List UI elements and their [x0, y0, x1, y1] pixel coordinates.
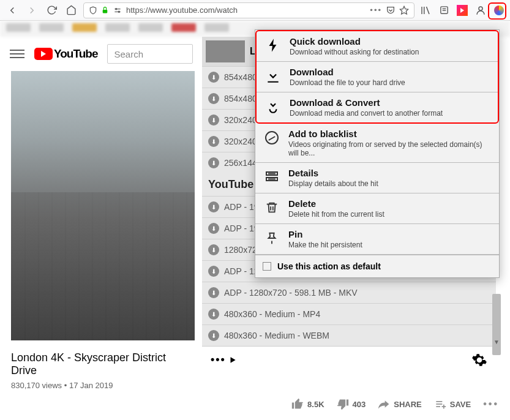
quality-label: 480x360 - Medium - WEBM: [224, 331, 329, 340]
download-dot-icon: ⬇: [208, 201, 219, 212]
svg-point-12: [479, 7, 482, 10]
more-actions-button[interactable]: •••: [211, 353, 237, 366]
svg-marker-13: [230, 357, 235, 362]
pocket-icon[interactable]: [386, 6, 396, 15]
download-dot-icon: ⬇: [208, 287, 219, 298]
address-bar[interactable]: •••: [83, 2, 414, 18]
scrollbar-thumb[interactable]: [492, 294, 501, 355]
download-dot-icon: ⬇: [208, 114, 219, 126]
default-checkbox[interactable]: [263, 262, 271, 271]
download-dot-icon: ⬇: [208, 266, 219, 277]
download-dot-icon: ⬇: [208, 72, 219, 83]
svg-rect-0: [103, 10, 108, 13]
menu-blacklist[interactable]: Add to blacklistVideos originating from …: [255, 124, 499, 163]
quality-label: 854x480: [224, 72, 257, 82]
quality-label: ADP - 1280x720 - 598.1 MB - MKV: [224, 288, 358, 298]
convert-icon: [264, 97, 282, 116]
download-dot-icon: ⬇: [208, 244, 219, 255]
reload-button[interactable]: [44, 3, 59, 18]
search-input[interactable]: Search: [107, 44, 193, 64]
download-dot-icon: ⬇: [208, 93, 219, 104]
quality-label: 320x240: [224, 137, 257, 146]
highlighted-menu-group: Quick downloadDownload without asking fo…: [255, 30, 499, 124]
video-action-bar: 8.5K 403 SHARE SAVE •••: [291, 398, 499, 410]
download-dot-icon: ⬇: [208, 309, 219, 320]
library-icon[interactable]: [419, 4, 432, 17]
svg-marker-5: [400, 6, 408, 14]
scroll-down-button[interactable]: ▼: [492, 337, 501, 346]
more-button[interactable]: •••: [483, 399, 499, 410]
bolt-download-icon: [264, 36, 282, 54]
download-dot-icon: ⬇: [208, 157, 219, 168]
home-button[interactable]: [64, 3, 78, 18]
download-icon: [264, 67, 282, 85]
menu-use-default[interactable]: Use this action as default: [255, 255, 499, 277]
youtube-play-icon: [34, 48, 53, 60]
video-player[interactable]: [11, 71, 195, 340]
menu-details[interactable]: DetailsDisplay details about the hit: [255, 163, 499, 193]
quality-label: 320x240: [224, 115, 257, 125]
menu-pin[interactable]: PinMake the hit persistent: [255, 224, 499, 255]
dislike-button[interactable]: 403: [337, 398, 366, 410]
quality-label: 480x360 - Medium - MP4: [224, 309, 320, 319]
like-button[interactable]: 8.5K: [291, 398, 324, 410]
details-icon: [263, 168, 281, 186]
star-icon[interactable]: [399, 6, 409, 15]
quality-label: 256x144: [224, 158, 257, 168]
share-button[interactable]: SHARE: [378, 398, 422, 410]
quality-item[interactable]: ⬇480x360 - Medium - WEBM: [202, 324, 496, 346]
back-button[interactable]: [5, 3, 20, 18]
shield-icon: [89, 6, 97, 15]
panel-thumb: [206, 40, 245, 62]
menu-delete[interactable]: DeleteDelete hit from the current list: [255, 193, 499, 224]
extension-play-icon[interactable]: [456, 4, 468, 17]
forward-button[interactable]: [24, 3, 39, 18]
context-menu: Quick downloadDownload without asking fo…: [255, 29, 500, 278]
permissions-icon: [113, 6, 122, 15]
quality-label: ADP - 19: [224, 223, 259, 233]
video-meta: 830,170 views • 17 Jan 2019: [11, 381, 195, 390]
trash-icon: [263, 198, 281, 217]
menu-download[interactable]: DownloadDownload the file to your hard d…: [257, 62, 498, 92]
browser-toolbar: •••: [0, 0, 510, 21]
quality-item[interactable]: ⬇ADP - 1280x720 - 598.1 MB - MKV: [202, 282, 496, 303]
svg-line-8: [427, 7, 430, 14]
url-input[interactable]: [126, 6, 366, 15]
save-button[interactable]: SAVE: [434, 398, 471, 410]
download-dot-icon: ⬇: [208, 136, 219, 147]
download-dot-icon: ⬇: [208, 330, 219, 341]
quality-label: ADP - 19: [224, 202, 259, 212]
quality-label: 854x480: [224, 94, 257, 103]
menu-quick-download[interactable]: Quick downloadDownload without asking fo…: [257, 31, 498, 62]
quality-item[interactable]: ⬇480x360 - Medium - MP4: [202, 303, 496, 324]
lock-icon: [101, 6, 109, 14]
blacklist-icon: [263, 129, 281, 147]
youtube-logo[interactable]: YouTube: [34, 47, 97, 61]
download-dot-icon: ⬇: [208, 223, 219, 234]
menu-download-convert[interactable]: Download & ConvertDownload media and con…: [257, 92, 498, 122]
menu-button[interactable]: [10, 47, 24, 61]
youtube-logo-text: YouTube: [54, 47, 97, 61]
highlight-extension-button: [488, 2, 506, 20]
pin-icon: [263, 229, 281, 247]
panel-footer: •••: [202, 346, 496, 373]
reader-icon[interactable]: [438, 4, 450, 17]
settings-button[interactable]: [471, 352, 487, 368]
account-icon[interactable]: [474, 4, 487, 17]
video-title: London 4K - Skyscraper District Drive: [11, 351, 195, 377]
